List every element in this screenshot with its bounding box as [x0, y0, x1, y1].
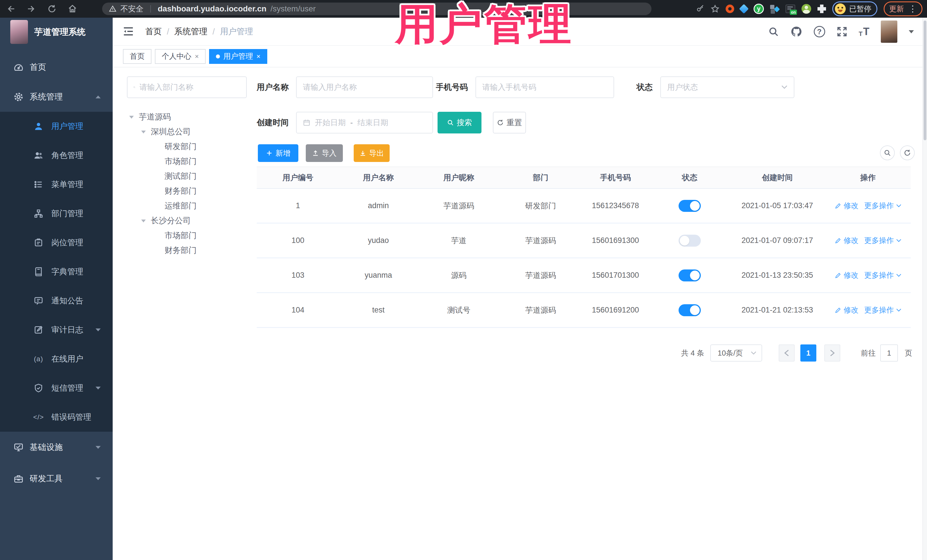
sidebar-item-online-users[interactable]: (a) 在线用户: [0, 344, 112, 373]
sidebar-item-infra[interactable]: 基础设施: [0, 432, 112, 463]
goto-page-input[interactable]: [880, 344, 898, 361]
tab-user-mgmt[interactable]: 用户管理 ×: [209, 49, 267, 64]
sidebar-item-role-mgmt[interactable]: 角色管理: [0, 141, 112, 170]
tree-node[interactable]: 市场部门: [127, 154, 252, 169]
status-toggle[interactable]: [679, 200, 701, 212]
add-button-label: 新增: [275, 148, 290, 158]
sidebar-item-system[interactable]: 系统管理: [0, 82, 112, 112]
status-toggle[interactable]: [679, 304, 701, 316]
tree-node[interactable]: 运维部门: [127, 199, 252, 213]
extension-gem-icon[interactable]: [739, 4, 749, 14]
sidebar-item-sms-mgmt[interactable]: 短信管理: [0, 373, 112, 403]
browser-update-button[interactable]: 更新 ⋮: [884, 2, 922, 16]
avatar-caret-icon[interactable]: [909, 30, 914, 33]
mobile-input[interactable]: [482, 83, 607, 92]
tree-node[interactable]: 长沙分公司: [127, 213, 252, 228]
fullscreen-icon[interactable]: [837, 26, 847, 37]
search-icon[interactable]: [768, 26, 779, 37]
back-icon[interactable]: [6, 4, 15, 14]
add-button[interactable]: 新增: [258, 144, 298, 162]
extension-orange-icon[interactable]: [726, 5, 734, 13]
bookmark-star-icon[interactable]: [711, 5, 719, 13]
edit-link[interactable]: 修改: [834, 305, 859, 315]
extensions-puzzle-icon[interactable]: [818, 5, 826, 13]
tab-home[interactable]: 首页: [123, 49, 152, 64]
browser-menu-icon[interactable]: ⋮: [909, 5, 917, 13]
close-icon[interactable]: ×: [195, 52, 199, 61]
font-size-icon[interactable]: TT: [859, 26, 869, 38]
dept-search-input[interactable]: [140, 83, 240, 92]
extension-on-icon[interactable]: on: [786, 5, 795, 13]
tree-node[interactable]: 芋道源码: [127, 109, 252, 124]
home-icon[interactable]: [68, 4, 77, 14]
breadcrumb-home[interactable]: 首页: [145, 26, 162, 37]
user-avatar[interactable]: [881, 21, 897, 43]
pencil-icon: [834, 272, 842, 279]
more-actions-link[interactable]: 更多操作: [864, 270, 901, 280]
breadcrumb: 首页 / 系统管理 / 用户管理: [145, 18, 253, 46]
more-actions-link[interactable]: 更多操作: [864, 305, 901, 315]
status-toggle[interactable]: [679, 269, 701, 281]
table-search-toggle-button[interactable]: [880, 146, 895, 160]
reload-icon[interactable]: [47, 4, 56, 14]
cell-username: admin: [339, 201, 418, 210]
tree-caret-icon[interactable]: [129, 116, 134, 118]
status-select[interactable]: 用户状态: [660, 76, 794, 98]
browser-profile-chip[interactable]: 已暂停: [832, 2, 877, 16]
tree-node[interactable]: 市场部门: [127, 228, 252, 243]
sidebar-item-error-code[interactable]: </> 错误码管理: [0, 403, 112, 432]
sidebar-item-dept-mgmt[interactable]: 部门管理: [0, 199, 112, 228]
tree-node[interactable]: 财务部门: [127, 243, 252, 258]
tree-node[interactable]: 研发部门: [127, 139, 252, 154]
export-button[interactable]: 导出: [354, 144, 390, 162]
sidebar-item-post-mgmt[interactable]: 岗位管理: [0, 228, 112, 257]
tab-profile[interactable]: 个人中心 ×: [155, 49, 206, 64]
tree-caret-icon[interactable]: [141, 131, 146, 134]
edit-link[interactable]: 修改: [834, 270, 859, 280]
breadcrumb-system[interactable]: 系统管理: [174, 26, 207, 37]
status-toggle[interactable]: [679, 235, 701, 247]
more-actions-link[interactable]: 更多操作: [864, 235, 901, 246]
prev-page-button[interactable]: [779, 344, 795, 361]
tree-node[interactable]: 测试部门: [127, 169, 252, 184]
more-actions-link[interactable]: 更多操作: [864, 201, 901, 211]
url-path: /system/user: [271, 4, 316, 14]
reset-button[interactable]: 重置: [493, 112, 526, 134]
tree-node[interactable]: 深圳总公司: [127, 124, 252, 139]
url-host: dashboard.yudao.iocoder.cn: [158, 4, 266, 14]
cell-dept: 芋道源码: [500, 235, 581, 246]
sidebar-item-devtools[interactable]: 研发工具: [0, 463, 112, 495]
extension-y-icon[interactable]: y: [754, 4, 764, 14]
forward-icon[interactable]: [27, 4, 36, 14]
extension-squares-icon[interactable]: [770, 4, 779, 14]
sidebar-item-label: 角色管理: [51, 150, 83, 161]
date-range-picker[interactable]: 开始日期 - 结束日期: [296, 112, 433, 134]
extension-person-icon[interactable]: [801, 4, 811, 14]
page-size-select[interactable]: 10条/页: [710, 344, 762, 361]
next-page-button[interactable]: [824, 344, 840, 361]
current-page-button[interactable]: 1: [800, 344, 816, 361]
tree-node[interactable]: 财务部门: [127, 184, 252, 199]
column-header: 创建时间: [729, 173, 825, 183]
sidebar-collapse-icon[interactable]: [122, 25, 134, 37]
help-icon[interactable]: ?: [814, 26, 825, 37]
pagination-total: 共 4 条: [681, 344, 704, 361]
scrollbar-thumb[interactable]: [924, 21, 926, 140]
import-button[interactable]: 导入: [306, 144, 343, 162]
search-button[interactable]: 搜索: [438, 112, 482, 134]
close-icon[interactable]: ×: [257, 52, 260, 61]
key-icon[interactable]: [696, 5, 705, 13]
sidebar-item-audit-log[interactable]: 审计日志: [0, 316, 112, 344]
sidebar-item-notice[interactable]: 通知公告: [0, 286, 112, 316]
sidebar-item-menu-mgmt[interactable]: 菜单管理: [0, 170, 112, 199]
github-icon[interactable]: [790, 26, 802, 38]
username-input[interactable]: [303, 83, 426, 92]
sidebar-item-home[interactable]: 首页: [0, 52, 112, 82]
tree-caret-icon[interactable]: [141, 220, 146, 222]
table-refresh-button[interactable]: [900, 146, 915, 160]
sidebar-item-user-mgmt[interactable]: 用户管理: [0, 112, 112, 141]
edit-link[interactable]: 修改: [834, 235, 859, 246]
edit-link[interactable]: 修改: [834, 201, 859, 211]
sidebar-item-dict-mgmt[interactable]: 字典管理: [0, 257, 112, 286]
logo-row[interactable]: 芋道管理系统: [0, 18, 112, 46]
